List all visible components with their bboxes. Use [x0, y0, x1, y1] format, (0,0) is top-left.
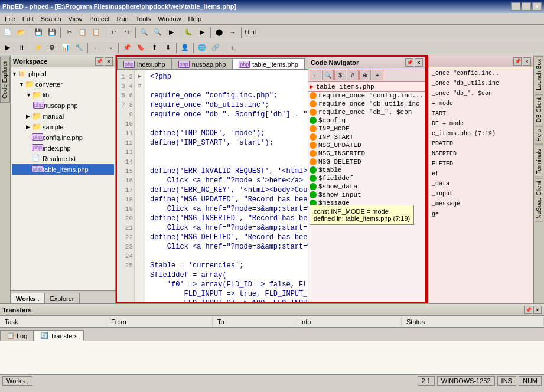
workspace-close-button[interactable]: ×: [105, 57, 113, 66]
transfers-pin-button[interactable]: 📌: [524, 306, 532, 314]
nav-item-8[interactable]: MSG_DELETED: [308, 158, 425, 166]
step-button[interactable]: →: [226, 26, 239, 39]
new-button[interactable]: 📄: [1, 26, 14, 39]
tb2-btn5[interactable]: ←: [90, 41, 103, 54]
tree-item-table-items[interactable]: php table_items.php: [12, 164, 114, 175]
tree-item-manual[interactable]: ▶ 📁 manual: [12, 111, 114, 122]
code-nav-pin-button[interactable]: 📌: [405, 58, 413, 67]
nav-item-12[interactable]: $show_input: [308, 191, 425, 199]
rcn-item-4[interactable]: TART: [429, 109, 532, 119]
paste-button[interactable]: 📋: [90, 26, 103, 39]
tb2-btn7[interactable]: 📌: [120, 41, 133, 54]
tb2-btn14[interactable]: +: [226, 41, 239, 54]
nav-item-10[interactable]: $fielddef: [308, 174, 425, 182]
nav-btn-6[interactable]: +: [372, 70, 383, 80]
expand-manual[interactable]: ▶: [26, 113, 32, 119]
code-explorer-tab[interactable]: Code Explorer: [0, 57, 10, 103]
tb2-btn1[interactable]: ⚡: [32, 41, 45, 54]
tb2-btn9[interactable]: ⬆: [148, 41, 161, 54]
tb2-btn2[interactable]: ⚙: [45, 41, 58, 54]
explorer-tab[interactable]: Explorer: [45, 293, 80, 303]
expand-phped[interactable]: ▼: [12, 71, 18, 77]
transfers-close-button[interactable]: ×: [533, 306, 542, 314]
rcn-pin-button[interactable]: 📌: [513, 57, 522, 66]
replace-button[interactable]: 🔍: [151, 26, 164, 39]
nusoap-client-tab[interactable]: NuSoap Client: [535, 178, 543, 221]
workspace-pin-button[interactable]: 📌: [95, 57, 103, 66]
menu-view[interactable]: View: [65, 14, 86, 24]
nav-item-3[interactable]: $config: [308, 116, 425, 125]
play-button[interactable]: ▶: [1, 41, 14, 54]
nav-item-1[interactable]: require_once "db_utils.inc: [308, 100, 425, 108]
help-tab[interactable]: Help: [535, 126, 543, 145]
minimize-button[interactable]: _: [511, 2, 520, 11]
nav-btn-4[interactable]: #: [347, 70, 359, 80]
debug-button[interactable]: 🐛: [182, 26, 195, 39]
rcn-item-14[interactable]: ge: [429, 209, 532, 219]
rcn-item-2[interactable]: _once "db_". $con: [429, 89, 532, 99]
tree-item-nusoap[interactable]: php nusoap.php: [12, 100, 114, 111]
nav-btn-2[interactable]: 🔍: [322, 70, 334, 80]
menu-edit[interactable]: Edit: [19, 14, 37, 24]
tb2-btn3[interactable]: 📊: [59, 41, 72, 54]
expand-sample[interactable]: ▶: [26, 124, 32, 130]
nav-item-2[interactable]: require_once "db_". $con: [308, 108, 425, 116]
transfers-tab[interactable]: 🔄 Transfers: [34, 330, 84, 341]
nav-item-7[interactable]: MSG_INSERTED: [308, 149, 425, 158]
tree-item-readme[interactable]: 📄 Readme.txt: [12, 153, 114, 164]
rcn-item-1[interactable]: _once "db_utils.inc: [429, 79, 532, 89]
save-all-button[interactable]: 💾: [45, 26, 58, 39]
nav-btn-3[interactable]: $: [334, 70, 346, 80]
tb2-btn13[interactable]: 🔗: [209, 41, 222, 54]
rcn-item-13[interactable]: _message: [429, 199, 532, 209]
tab-table-items[interactable]: php table_items.php: [232, 58, 305, 69]
tree-item-lib[interactable]: ▼ 📁 lib: [12, 90, 114, 100]
rcn-item-12[interactable]: _input: [429, 189, 532, 199]
tb2-btn10[interactable]: ⬇: [161, 41, 174, 54]
tb2-btn6[interactable]: →: [103, 41, 116, 54]
rcn-item-9[interactable]: ELETED: [429, 159, 532, 169]
tb2-btn12[interactable]: 🌐: [196, 41, 209, 54]
nav-btn-1[interactable]: ←: [310, 70, 321, 80]
tree-item-sample[interactable]: ▶ 📁 sample: [12, 122, 114, 132]
nav-item-9[interactable]: $table: [308, 166, 425, 174]
log-tab[interactable]: 📋 Log: [0, 330, 34, 341]
expand-converter[interactable]: ▼: [19, 81, 25, 87]
db-client-tab[interactable]: DB Client: [535, 94, 543, 125]
nav-item-4[interactable]: INP_MODE: [308, 125, 425, 133]
rcn-item-0[interactable]: _once "config.inc..: [429, 68, 532, 79]
nav-item-6[interactable]: MSG_UPDATED: [308, 141, 425, 149]
tree-item-config[interactable]: php config.inc.php: [12, 132, 114, 143]
nav-btn-5[interactable]: ⊕: [359, 70, 371, 80]
close-button[interactable]: ×: [532, 2, 542, 11]
rcn-item-6[interactable]: e_items.php (7:19): [429, 129, 532, 139]
rcn-item-11[interactable]: _data: [429, 179, 532, 189]
undo-button[interactable]: ↩: [107, 26, 120, 39]
menu-project[interactable]: Project: [86, 14, 113, 24]
tb2-btn4[interactable]: 🔧: [73, 41, 86, 54]
copy-button[interactable]: 📋: [76, 26, 89, 39]
expand-lib[interactable]: ▼: [26, 92, 32, 98]
nav-item-11[interactable]: $show_data: [308, 182, 425, 191]
pause-button[interactable]: ⏸: [15, 41, 28, 54]
nav-item-0[interactable]: require_once "config.inc...: [308, 92, 425, 100]
rcn-item-3[interactable]: = mode: [429, 99, 532, 109]
run-button[interactable]: ▶: [196, 26, 209, 39]
rcn-item-10[interactable]: ef: [429, 169, 532, 179]
menu-search[interactable]: Search: [37, 14, 65, 24]
tree-item-phped[interactable]: ▼ 🖥 phped: [12, 68, 114, 79]
open-button[interactable]: 📂: [15, 26, 28, 39]
save-button[interactable]: 💾: [32, 26, 45, 39]
menu-run[interactable]: Run: [113, 14, 132, 24]
rcn-item-8[interactable]: NSERTED: [429, 149, 532, 159]
tree-item-index[interactable]: php index.php: [12, 143, 114, 153]
nav-item-5[interactable]: INP_START: [308, 133, 425, 141]
menu-window[interactable]: Window: [154, 14, 184, 24]
tree-item-converter[interactable]: ▼ 📁 converter: [12, 79, 114, 90]
tb2-btn11[interactable]: 👤: [178, 41, 191, 54]
find-next-button[interactable]: ▶: [165, 26, 178, 39]
search-button[interactable]: 🔍: [138, 26, 151, 39]
rcn-close-button[interactable]: ×: [523, 57, 531, 66]
tab-index[interactable]: php index.php: [117, 58, 172, 69]
code-nav-close-button[interactable]: ×: [415, 58, 423, 67]
